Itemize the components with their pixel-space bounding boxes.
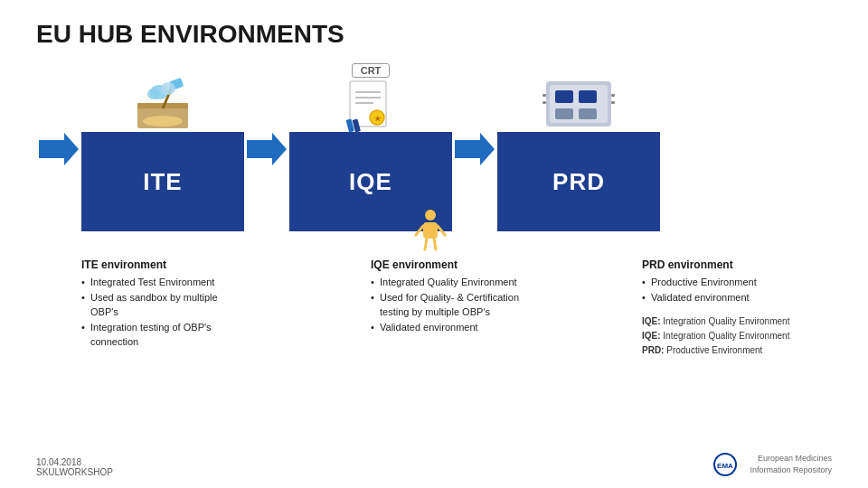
prd-box: PRD bbox=[497, 132, 660, 231]
list-item: Integrated Quality Environment bbox=[371, 276, 529, 289]
svg-line-22 bbox=[425, 239, 427, 249]
iqe-label: IQE bbox=[349, 168, 392, 196]
iqe-icon-area: CRT ★ bbox=[344, 67, 397, 132]
footer: 10.04.2018 SKULWORKSHOP EMA European Med… bbox=[36, 452, 832, 477]
svg-rect-30 bbox=[579, 108, 597, 119]
footnote-abbr: IQE: bbox=[642, 331, 661, 341]
iqe-bullets: Integrated Quality Environment Used for … bbox=[371, 276, 529, 335]
svg-marker-0 bbox=[39, 133, 79, 165]
prd-bullets: Productive Environment Validated environ… bbox=[642, 276, 832, 305]
footer-info: 10.04.2018 SKULWORKSHOP bbox=[36, 457, 113, 477]
svg-rect-31 bbox=[542, 94, 546, 97]
svg-marker-24 bbox=[455, 133, 495, 165]
list-item: Integrated Test Environment bbox=[81, 276, 240, 289]
ite-column: ITE bbox=[81, 67, 244, 231]
arrow-ite-iqe bbox=[244, 131, 289, 167]
svg-rect-32 bbox=[542, 101, 546, 104]
svg-rect-27 bbox=[555, 90, 573, 103]
footnote-prd: PRD: Productive Environment bbox=[642, 343, 832, 358]
svg-rect-34 bbox=[611, 101, 615, 104]
arrow-to-ite bbox=[36, 131, 81, 167]
list-item: Used for Quality- & Certification testin… bbox=[371, 291, 529, 319]
prd-description: PRD environment Productive Environment V… bbox=[642, 258, 832, 358]
svg-marker-9 bbox=[247, 133, 287, 165]
award-figure-icon bbox=[414, 210, 447, 251]
svg-text:★: ★ bbox=[374, 115, 382, 123]
list-item: Validated environment bbox=[642, 291, 832, 305]
prd-icon-area bbox=[542, 67, 615, 132]
footnote-abbr: IQE: bbox=[642, 316, 661, 326]
list-item: Productive Environment bbox=[642, 276, 832, 289]
ite-bullets: Integrated Test Environment Used as sand… bbox=[81, 276, 240, 349]
footnotes: IQE: Integration Quality Environment IQE… bbox=[642, 314, 832, 358]
certificate-icon: ★ bbox=[344, 80, 397, 132]
footnote-abbr: PRD: bbox=[642, 345, 664, 355]
svg-point-8 bbox=[147, 89, 160, 99]
svg-rect-19 bbox=[423, 222, 438, 239]
ite-box: ITE bbox=[81, 132, 244, 231]
iqe-column: CRT ★ bbox=[289, 67, 452, 231]
svg-line-21 bbox=[438, 226, 445, 235]
prd-desc-title: PRD environment bbox=[642, 258, 832, 271]
prd-label: PRD bbox=[552, 168, 605, 196]
descriptions-row: ITE environment Integrated Test Environm… bbox=[36, 258, 832, 358]
footer-workshop: SKULWORKSHOP bbox=[36, 467, 113, 477]
svg-line-23 bbox=[434, 239, 436, 249]
logo-line2: Information Repository bbox=[750, 465, 832, 476]
list-item: Validated environment bbox=[371, 321, 529, 334]
sandbox-icon bbox=[130, 76, 195, 132]
ite-label: ITE bbox=[143, 168, 182, 196]
crt-tag: CRT bbox=[352, 63, 391, 78]
ite-description: ITE environment Integrated Test Environm… bbox=[81, 258, 240, 358]
iqe-description: IQE environment Integrated Quality Envir… bbox=[371, 258, 529, 358]
footer-date: 10.04.2018 bbox=[36, 457, 113, 467]
iqe-box: IQE bbox=[289, 132, 452, 231]
arrow-iqe-prd bbox=[452, 131, 497, 167]
iqe-desc-title: IQE environment bbox=[371, 258, 529, 271]
svg-rect-33 bbox=[611, 94, 615, 97]
ema-logo-icon: EMA bbox=[708, 452, 742, 477]
ite-icon-area bbox=[130, 67, 195, 132]
footer-logo: EMA European Medicines Information Repos… bbox=[708, 452, 832, 477]
svg-rect-28 bbox=[579, 90, 597, 103]
footnote-iqe1: IQE: Integration Quality Environment bbox=[642, 314, 832, 329]
list-item: Integration testing of OBP's connection bbox=[81, 321, 240, 349]
logo-line1: European Medicines bbox=[750, 453, 832, 465]
footnote-iqe2: IQE: Integration Quality Environment bbox=[642, 329, 832, 343]
list-item: Used as sandbox by multiple OBP's bbox=[81, 291, 240, 319]
logo-text: European Medicines Information Repositor… bbox=[750, 453, 832, 475]
svg-point-3 bbox=[143, 116, 183, 127]
svg-point-7 bbox=[161, 82, 175, 95]
prd-column: PRD bbox=[497, 67, 660, 231]
svg-rect-29 bbox=[555, 108, 573, 119]
svg-line-20 bbox=[416, 226, 423, 235]
ite-desc-title: ITE environment bbox=[81, 258, 240, 271]
page-title: EU HUB ENVIRONMENTS bbox=[0, 0, 868, 58]
environments-row: ITE CRT bbox=[36, 67, 832, 231]
hardware-icon bbox=[542, 76, 615, 132]
svg-text:EMA: EMA bbox=[718, 462, 734, 470]
svg-point-18 bbox=[425, 210, 436, 221]
